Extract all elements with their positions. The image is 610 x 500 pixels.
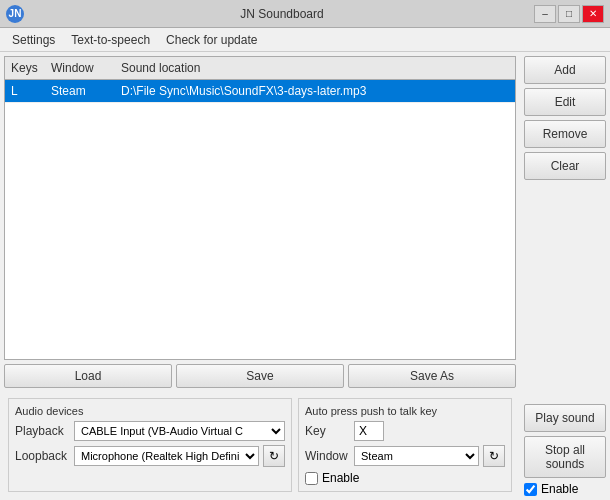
audio-devices-section: Audio devices Playback CABLE Input (VB-A…	[8, 398, 292, 492]
load-button[interactable]: Load	[4, 364, 172, 388]
play-sound-button[interactable]: Play sound	[524, 404, 606, 432]
menu-settings[interactable]: Settings	[4, 31, 63, 49]
loopback-label: Loopback	[15, 449, 70, 463]
clear-button[interactable]: Clear	[524, 152, 606, 180]
auto-enable-row: Enable	[305, 471, 505, 485]
auto-key-input[interactable]	[354, 421, 384, 441]
cell-window: Steam	[49, 82, 119, 100]
col-window: Window	[49, 59, 119, 77]
left-panel: Keys Window Sound location L Steam D:\Fi…	[0, 52, 520, 500]
stop-all-button[interactable]: Stop all sounds	[524, 436, 606, 478]
add-button[interactable]: Add	[524, 56, 606, 84]
enable-label: Enable	[541, 482, 578, 496]
close-button[interactable]: ✕	[582, 5, 604, 23]
loopback-select[interactable]: Microphone (Realtek High Defini	[74, 446, 259, 466]
window-title: JN Soundboard	[30, 7, 534, 21]
auto-press-section: Auto press push to talk key Key Window S…	[298, 398, 512, 492]
table-header: Keys Window Sound location	[5, 57, 515, 80]
file-buttons: Load Save Save As	[4, 364, 516, 388]
col-keys: Keys	[9, 59, 49, 77]
right-panel: Add Edit Remove Clear Play sound Stop al…	[520, 52, 610, 500]
window-controls: – □ ✕	[534, 5, 604, 23]
menu-tts[interactable]: Text-to-speech	[63, 31, 158, 49]
playback-select[interactable]: CABLE Input (VB-Audio Virtual C	[74, 421, 285, 441]
auto-window-select[interactable]: Steam	[354, 446, 479, 466]
sound-table: Keys Window Sound location L Steam D:\Fi…	[4, 56, 516, 360]
loopback-refresh-button[interactable]: ↻	[263, 445, 285, 467]
edit-button[interactable]: Edit	[524, 88, 606, 116]
playback-row: Playback CABLE Input (VB-Audio Virtual C	[15, 421, 285, 441]
auto-window-refresh-button[interactable]: ↻	[483, 445, 505, 467]
auto-window-row: Window Steam ↻	[305, 445, 505, 467]
auto-window-label: Window	[305, 449, 350, 463]
playback-label: Playback	[15, 424, 70, 438]
title-bar: JN JN Soundboard – □ ✕	[0, 0, 610, 28]
remove-button[interactable]: Remove	[524, 120, 606, 148]
audio-devices-title: Audio devices	[15, 405, 285, 417]
enable-checkbox[interactable]	[524, 483, 537, 496]
auto-enable-label: Enable	[322, 471, 359, 485]
auto-key-row: Key	[305, 421, 505, 441]
menu-bar: Settings Text-to-speech Check for update	[0, 28, 610, 52]
cell-key: L	[9, 82, 49, 100]
auto-press-title: Auto press push to talk key	[305, 405, 505, 417]
menu-update[interactable]: Check for update	[158, 31, 265, 49]
save-button[interactable]: Save	[176, 364, 344, 388]
maximize-button[interactable]: □	[558, 5, 580, 23]
enable-area: Enable	[524, 482, 606, 496]
cell-location: D:\File Sync\Music\SoundFX\3-days-later.…	[119, 82, 511, 100]
bottom-sections: Audio devices Playback CABLE Input (VB-A…	[4, 394, 516, 496]
save-as-button[interactable]: Save As	[348, 364, 516, 388]
col-location: Sound location	[119, 59, 511, 77]
app-icon: JN	[6, 5, 24, 23]
minimize-button[interactable]: –	[534, 5, 556, 23]
auto-key-label: Key	[305, 424, 350, 438]
table-row[interactable]: L Steam D:\File Sync\Music\SoundFX\3-day…	[5, 80, 515, 103]
main-content: Keys Window Sound location L Steam D:\Fi…	[0, 52, 610, 500]
auto-enable-checkbox[interactable]	[305, 472, 318, 485]
loopback-row: Loopback Microphone (Realtek High Defini…	[15, 445, 285, 467]
